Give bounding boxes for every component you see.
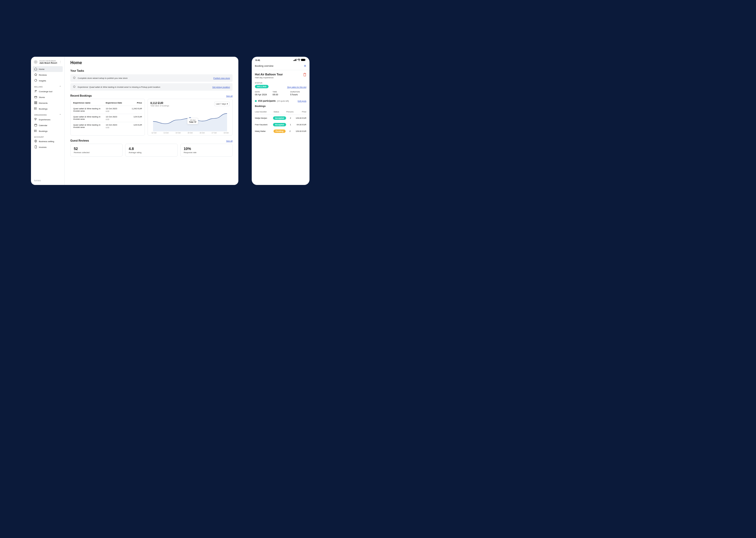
elements-icon <box>34 101 37 105</box>
reviews-heading: Guest Reviews <box>71 139 89 142</box>
time-value: 08:00 <box>272 93 289 96</box>
col-lead-traveller: Lead traveller <box>255 111 272 113</box>
mobile-header-title: Booking overview <box>255 65 273 67</box>
nav-item-experiences[interactable]: Experiences <box>32 117 63 123</box>
nav-item-elements[interactable]: Elements <box>32 100 63 106</box>
x-tick: 14 Oct <box>176 132 181 134</box>
nav-item-calendar[interactable]: Calendar <box>32 123 63 128</box>
booking-row[interactable]: Fran Kauzlarić Accepted 1 64.00 EUR <box>255 121 306 128</box>
table-row[interactable]: Quad safari & Wine tasting in Imotski ar… <box>73 106 142 114</box>
nav-item-concierge-tool[interactable]: Concierge tool <box>32 88 63 94</box>
close-icon[interactable]: ✕ <box>304 64 306 68</box>
reviews-see-all[interactable]: See all <box>226 140 233 142</box>
nav-item-invoices[interactable]: Invoices <box>32 144 63 150</box>
cell-date: 13 Oct 20238:00 <box>106 124 125 129</box>
recent-see-all[interactable]: See all <box>226 95 233 97</box>
nav-item-insights[interactable]: Insights <box>32 78 63 83</box>
col-experience-date: Experience Date <box>106 102 125 104</box>
svg-point-9 <box>34 108 35 109</box>
status-label: STATUS <box>255 82 306 84</box>
status-time: 9:41 <box>256 59 260 62</box>
table-row[interactable]: Quad safari & Wine tasting in Imotski ar… <box>73 114 142 122</box>
sidebar: leopold.mandic@jade... Jade Beach Resort… <box>31 57 65 185</box>
calendar-icon <box>34 124 37 127</box>
nav-item-reviews[interactable]: Reviews <box>32 72 63 78</box>
nav-item-bookings[interactable]: Bookings <box>32 128 63 134</box>
review-card: 52 Reviews collected <box>71 144 122 157</box>
chart-range-dropdown[interactable]: Last 7 days ▾ <box>214 102 230 106</box>
desktop-window: leopold.mandic@jade... Jade Beach Resort… <box>31 57 238 185</box>
section-label-selling[interactable]: SELLING⌃ <box>32 83 63 88</box>
cell-price: 128.00 EUR <box>295 117 306 119</box>
review-card-label: Response rate <box>184 151 229 154</box>
account-email: leopold.mandic@jade... <box>39 60 58 62</box>
settings-icon <box>34 139 37 143</box>
booking-row[interactable]: Matej Maltar Pending 2 128.00 EUR <box>255 128 306 134</box>
svg-rect-20 <box>294 60 295 61</box>
bookings-icon <box>34 107 37 111</box>
col-experience-name: Experience name <box>73 102 104 104</box>
status-bar: 9:41 <box>252 57 309 63</box>
nav-label: Insights <box>39 80 46 82</box>
review-card: 10% Response rate <box>180 144 233 157</box>
x-tick: 17 Oct <box>212 132 216 134</box>
svg-rect-7 <box>36 103 37 104</box>
status-badge: Accepted <box>273 116 286 120</box>
x-tick: 12 Oct <box>152 132 157 134</box>
stop-sales-link[interactable]: Stop sales for this slot <box>287 86 306 88</box>
trash-icon[interactable] <box>303 73 306 77</box>
table-row[interactable]: Quad safari & Wine tasting in Imotski ar… <box>73 122 142 130</box>
cell-price: 64.00 EUR <box>295 124 306 126</box>
cell-price: 128.00 EUR <box>295 130 306 133</box>
nav-label: Calendar <box>39 124 47 127</box>
wifi-icon <box>298 59 300 62</box>
col-price: Price <box>295 111 306 113</box>
brand-logo: turneo <box>32 178 63 183</box>
svg-point-15 <box>35 141 36 141</box>
bookings-heading: Bookings <box>255 105 306 107</box>
signal-icon <box>294 59 297 62</box>
cell-price: 124 EUR <box>126 116 142 120</box>
svg-rect-19 <box>294 60 294 61</box>
task-row: Complete store wizard setup to publish y… <box>71 74 233 82</box>
nav-item-bookings[interactable]: Bookings <box>32 106 63 112</box>
duration-label: DURATION <box>290 91 306 93</box>
chart-subtitle: Total value of bookings <box>150 105 169 107</box>
task-text: Complete store wizard setup to publish y… <box>78 77 127 79</box>
more-icon[interactable]: ⋮ <box>59 62 62 63</box>
nav-item-home[interactable]: Home <box>32 66 63 72</box>
col-persons: Persons <box>286 111 294 113</box>
x-tick: 18 Oct <box>224 132 229 134</box>
task-action-link[interactable]: Publish new store <box>213 77 230 79</box>
experiences-icon <box>34 118 37 121</box>
svg-rect-22 <box>296 59 296 61</box>
mobile-header: Booking overview ✕ <box>252 63 309 70</box>
cell-price: 1,242 EUR <box>126 107 142 112</box>
edit-spots-link[interactable]: Edit spots <box>298 100 306 102</box>
stores-icon <box>34 95 37 99</box>
chevron-up-icon: ⌃ <box>59 86 61 88</box>
cell-persons: 2 <box>287 130 294 133</box>
booking-row[interactable]: Matija Marijan Accepted 2 128.00 EUR <box>255 115 306 121</box>
review-card-number: 4.8 <box>129 146 174 151</box>
cell-traveller: Matej Maltar <box>255 130 272 133</box>
section-label-account[interactable]: ACCOUNT <box>32 134 63 138</box>
account-switcher[interactable]: leopold.mandic@jade... Jade Beach Resort… <box>32 59 63 66</box>
nav-label: Bookings <box>39 108 48 110</box>
task-row: Experience ‘Quad safari & Wine tasting i… <box>71 83 233 91</box>
chart-range-label: Last 7 days <box>216 103 226 105</box>
main-content: Home Your Tasks Complete store wizard se… <box>65 57 238 185</box>
svg-point-8 <box>34 108 35 108</box>
nav-label: Business setting <box>39 140 54 143</box>
chart-x-axis: 12 Oct13 Oct14 Oct15 Oct16 Oct17 Oct18 O… <box>150 132 230 134</box>
nav-item-business-setting[interactable]: Business setting <box>32 138 63 144</box>
account-name: Jade Beach Resort <box>39 62 58 64</box>
star-icon <box>34 73 37 77</box>
cell-traveller: Matija Marijan <box>255 117 272 119</box>
cell-traveller: Fran Kauzlarić <box>255 124 272 126</box>
task-action-link[interactable]: Set pickup location <box>213 86 230 88</box>
cell-date: 13 Oct 20238:00 <box>106 116 125 120</box>
nav-item-stores[interactable]: Stores <box>32 94 63 100</box>
section-label-organising[interactable]: ORGANISING⌃ <box>32 112 63 117</box>
avatar <box>34 60 38 64</box>
